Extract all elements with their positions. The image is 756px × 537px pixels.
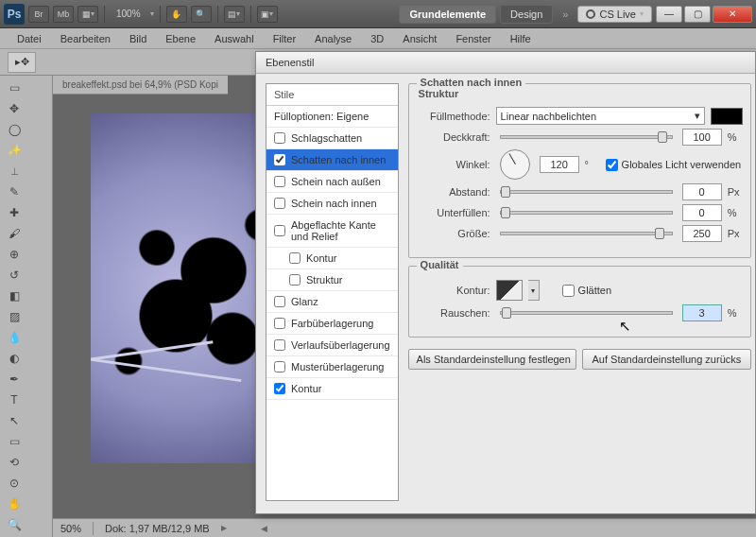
menu-hilfe[interactable]: Hilfe xyxy=(501,30,541,47)
unterfuellen-input[interactable] xyxy=(682,204,722,221)
style-item-10[interactable]: Musterüberlagerung xyxy=(266,356,398,378)
style-checkbox[interactable] xyxy=(274,296,285,307)
marquee-tool[interactable]: ▭ xyxy=(2,78,26,98)
groesse-slider[interactable] xyxy=(500,232,673,235)
winkel-input[interactable] xyxy=(540,156,579,173)
menu-bild[interactable]: Bild xyxy=(120,30,156,47)
contour-swatch[interactable] xyxy=(496,280,523,301)
blur-tool[interactable]: 💧 xyxy=(2,327,26,348)
abstand-slider[interactable] xyxy=(500,190,673,194)
style-item-11[interactable]: Kontur xyxy=(266,378,398,400)
abstand-input[interactable] xyxy=(682,183,722,200)
menu-ansicht[interactable]: Ansicht xyxy=(393,30,446,47)
screenmode-button[interactable]: ▣▾ xyxy=(257,6,278,23)
document-tab[interactable]: breakeffekt.psd bei 64,9% (PSD Kopi xyxy=(53,76,228,95)
reset-default-button[interactable]: Auf Standardeinstellung zurücks xyxy=(582,349,751,370)
type-tool[interactable]: T xyxy=(2,390,26,410)
heal-tool[interactable]: ✚ xyxy=(2,202,26,223)
set-default-button[interactable]: Als Standardeinstellung festlegen xyxy=(408,349,577,370)
style-checkbox[interactable] xyxy=(289,274,301,286)
deckkraft-input[interactable] xyxy=(682,129,722,146)
status-zoom[interactable]: 50% xyxy=(60,523,81,534)
style-item-8[interactable]: Farbüberlagerung xyxy=(266,313,398,335)
dodge-tool[interactable]: ◐ xyxy=(2,348,26,369)
angle-dial[interactable] xyxy=(500,149,530,180)
style-checkbox[interactable] xyxy=(274,198,285,209)
style-item-5[interactable]: Kontur xyxy=(266,248,398,269)
eraser-tool[interactable]: ◧ xyxy=(2,286,26,306)
hand-tool[interactable]: ✋ xyxy=(2,494,26,514)
window-maximize-button[interactable]: ▢ xyxy=(684,6,711,23)
current-tool-icon[interactable]: ▸✥ xyxy=(8,52,36,73)
style-item-3[interactable]: Schein nach innen xyxy=(266,193,398,215)
3d-tool[interactable]: ⟲ xyxy=(2,452,26,473)
menu-auswahl[interactable]: Auswahl xyxy=(205,30,264,47)
canvas[interactable] xyxy=(91,113,270,463)
path-select-tool[interactable]: ↖ xyxy=(2,410,26,431)
minibridge-button[interactable]: Mb xyxy=(53,6,74,23)
crop-tool[interactable]: ⟂ xyxy=(2,161,26,182)
shape-tool[interactable]: ▭ xyxy=(2,431,26,452)
rauschen-slider[interactable] xyxy=(500,311,673,315)
eyedropper-tool[interactable]: ✎ xyxy=(2,182,26,202)
workspace-design[interactable]: Design xyxy=(500,5,553,24)
window-close-button[interactable]: ✕ xyxy=(713,6,752,23)
move-tool[interactable]: ✥ xyxy=(2,98,26,119)
header-zoom[interactable]: 100% xyxy=(111,9,146,19)
view-extras-button[interactable]: ▦▾ xyxy=(77,6,98,23)
menu-datei[interactable]: Datei xyxy=(8,30,51,47)
style-item-2[interactable]: Schein nach außen xyxy=(266,171,398,193)
workspace-more-icon[interactable]: » xyxy=(557,9,574,20)
style-checkbox[interactable] xyxy=(274,383,285,394)
style-item-7[interactable]: Glanz xyxy=(266,291,398,313)
workspace-grundelemente[interactable]: Grundelemente xyxy=(399,5,496,24)
arrange-docs-button[interactable]: ▤▾ xyxy=(224,6,245,23)
brush-tool[interactable]: 🖌 xyxy=(2,223,26,244)
style-checkbox[interactable] xyxy=(289,252,301,264)
style-item-1[interactable]: Schatten nach innen xyxy=(266,149,398,171)
menu-analyse[interactable]: Analyse xyxy=(305,30,361,47)
pen-tool[interactable]: ✒ xyxy=(2,369,26,390)
style-checkbox[interactable] xyxy=(274,154,285,165)
menu-3d[interactable]: 3D xyxy=(361,30,393,47)
bridge-button[interactable]: Br xyxy=(28,6,49,23)
stamp-tool[interactable]: ⊕ xyxy=(2,244,26,265)
style-checkbox[interactable] xyxy=(274,361,285,372)
style-checkbox[interactable] xyxy=(274,132,285,144)
unterfuellen-slider[interactable] xyxy=(500,211,673,215)
glaetten-checkbox[interactable]: Glätten xyxy=(562,285,611,297)
menu-bearbeiten[interactable]: Bearbeiten xyxy=(51,30,120,47)
globallight-checkbox[interactable]: Globales Licht verwenden xyxy=(606,159,742,171)
wand-tool[interactable]: ✨ xyxy=(2,140,26,161)
style-checkbox[interactable] xyxy=(274,225,285,236)
rauschen-input[interactable] xyxy=(682,304,722,321)
hand-tool-button[interactable]: ✋ xyxy=(166,6,187,23)
status-scroll-left-icon[interactable]: ◀ xyxy=(261,524,267,533)
contour-dropdown[interactable]: ▾ xyxy=(528,280,540,301)
style-item-4[interactable]: Abgeflachte Kante und Relief xyxy=(266,215,398,248)
lasso-tool[interactable]: ◯ xyxy=(2,119,26,140)
style-item-9[interactable]: Verlaufsüberlagerung xyxy=(266,335,398,356)
style-item-0[interactable]: Schlagschatten xyxy=(266,128,398,149)
cs-live-button[interactable]: CS Live▾ xyxy=(577,6,652,23)
zoom-tool[interactable]: 🔍 xyxy=(2,514,26,535)
zoom-tool-button[interactable]: 🔍 xyxy=(191,6,212,23)
menu-filter[interactable]: Filter xyxy=(264,30,305,47)
fuellmethode-select[interactable]: Linear nachbelichten▾ xyxy=(496,107,705,125)
menu-fenster[interactable]: Fenster xyxy=(446,30,500,47)
3d-camera-tool[interactable]: ⊙ xyxy=(2,473,26,494)
shadow-color-chip[interactable] xyxy=(711,108,743,125)
style-checkbox[interactable] xyxy=(274,176,285,187)
status-docsize[interactable]: Dok: 1,97 MB/12,9 MB xyxy=(105,523,210,534)
style-checkbox[interactable] xyxy=(274,318,285,329)
groesse-input[interactable] xyxy=(682,225,722,242)
menu-ebene[interactable]: Ebene xyxy=(156,30,205,47)
deckkraft-slider[interactable] xyxy=(500,135,673,139)
window-minimize-button[interactable]: — xyxy=(656,6,682,23)
status-arrow-icon[interactable]: ▶ xyxy=(221,524,227,532)
gradient-tool[interactable]: ▨ xyxy=(2,306,26,327)
fill-options-item[interactable]: Fülloptionen: Eigene xyxy=(266,106,398,128)
history-brush-tool[interactable]: ↺ xyxy=(2,265,26,286)
style-item-6[interactable]: Struktur xyxy=(266,269,398,291)
style-checkbox[interactable] xyxy=(274,339,285,351)
